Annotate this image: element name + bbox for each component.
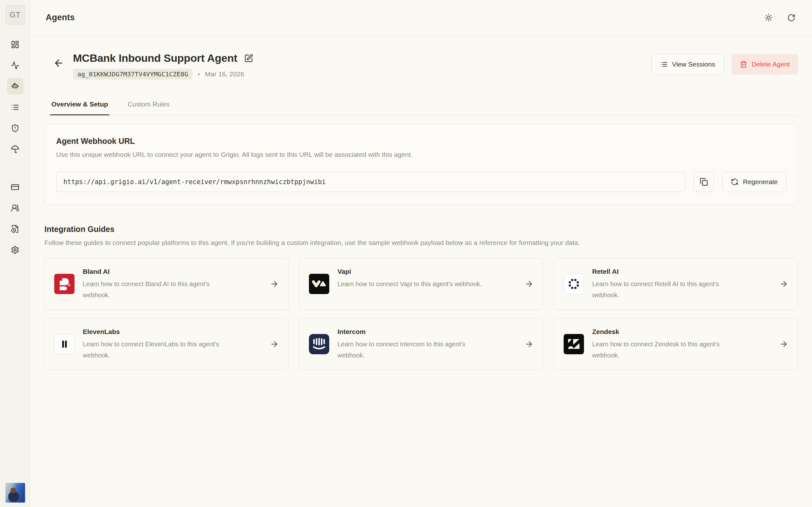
page-head: MCBank Inbound Support Agent ag_01KKWJDG… — [44, 52, 798, 79]
user-avatar[interactable] — [5, 483, 25, 503]
refresh-button[interactable] — [787, 14, 796, 22]
agent-title: MCBank Inbound Support Agent — [73, 52, 237, 64]
delete-agent-button[interactable]: Delete Agent — [731, 54, 798, 75]
theme-toggle-button[interactable] — [764, 14, 773, 22]
arrow-right-icon — [270, 279, 279, 288]
edit-title-button[interactable] — [244, 54, 253, 63]
tab-overview-setup[interactable]: Overview & Setup — [50, 101, 109, 115]
integrations-title: Integration Guides — [44, 225, 798, 234]
integration-name: ElevenLabs — [83, 328, 265, 336]
integration-name: Zendesk — [592, 328, 775, 336]
copy-url-button[interactable] — [694, 172, 714, 192]
webhook-card: Agent Webhook URL Use this unique webhoo… — [44, 124, 798, 205]
webhook-card-title: Agent Webhook URL — [56, 136, 786, 146]
refresh-icon — [787, 14, 796, 22]
refresh-ccw-icon — [731, 178, 739, 186]
sidebar: GT — [0, 0, 31, 507]
view-sessions-button[interactable]: View Sessions — [652, 54, 724, 75]
integration-name: Intercom — [338, 328, 520, 336]
bland-logo — [54, 274, 74, 294]
sidebar-item-history[interactable] — [7, 221, 23, 237]
integration-card-bland-ai[interactable]: Bland AI Learn how to connect Bland AI t… — [44, 258, 289, 310]
topbar-actions — [764, 14, 796, 22]
sun-icon — [764, 14, 773, 22]
sidebar-item-alerts[interactable] — [7, 120, 23, 136]
arrow-right-icon — [779, 279, 788, 288]
shield-alert-icon — [11, 124, 19, 132]
list-icon — [11, 103, 19, 112]
retell-logo — [564, 274, 584, 294]
integration-description: Learn how to connect Retell AI to this a… — [592, 279, 745, 301]
regenerate-label: Regenerate — [743, 178, 778, 186]
delete-agent-label: Delete Agent — [752, 60, 790, 68]
integration-card-intercom[interactable]: Intercom Learn how to connect Intercom t… — [299, 318, 543, 370]
integration-card-vapi[interactable]: Vapi Learn how to connect Vapi to this a… — [299, 258, 543, 310]
integration-name: Vapi — [338, 268, 520, 275]
title-block: MCBank Inbound Support Agent ag_01KKWJDG… — [73, 52, 253, 79]
edit-icon — [244, 54, 253, 63]
topbar: Agents — [31, 0, 812, 36]
integration-description: Learn how to connect Vapi to this agent'… — [338, 279, 490, 290]
arrow-right-icon — [270, 340, 279, 349]
agent-id-badge: ag_01KKWJDG7M37TV4VYMGC1CZE8G — [73, 69, 193, 79]
tab-bar: Overview & Setup Custom Rules — [44, 101, 798, 115]
dashboard-icon — [11, 40, 19, 49]
copy-icon — [700, 178, 708, 186]
workspace-logo-text: GT — [9, 10, 20, 19]
integration-name: Bland AI — [83, 268, 265, 275]
main-area: Agents MCBank Inbound Support Agent — [31, 0, 812, 507]
sessions-list-icon — [660, 60, 668, 68]
arrow-right-icon — [779, 340, 788, 349]
sidebar-item-agents[interactable] — [7, 78, 23, 95]
integration-name: Retell AI — [592, 268, 775, 275]
workspace-logo[interactable]: GT — [5, 5, 25, 25]
webhook-card-description: Use this unique webhook URL to connect y… — [56, 151, 786, 158]
sidebar-item-coverage[interactable] — [7, 141, 23, 157]
umbrella-icon — [11, 145, 19, 153]
agent-date: Mar 16, 2026 — [205, 70, 244, 78]
bot-icon — [11, 82, 19, 91]
integration-cards-grid: Bland AI Learn how to connect Bland AI t… — [44, 258, 798, 370]
integration-description: Learn how to connect Intercom to this ag… — [338, 339, 490, 361]
integration-description: Learn how to connect ElevenLabs to this … — [83, 339, 235, 361]
integration-card-elevenlabs[interactable]: ElevenLabs Learn how to connect ElevenLa… — [44, 318, 289, 370]
integration-description: Learn how to connect Zendesk to this age… — [592, 339, 745, 361]
sidebar-item-billing[interactable] — [7, 179, 23, 195]
webhook-url-input[interactable] — [56, 172, 686, 192]
regenerate-url-button[interactable]: Regenerate — [722, 172, 786, 192]
agent-meta: ag_01KKWJDG7M37TV4VYMGC1CZE8G • Mar 16, … — [73, 69, 253, 79]
elevenlabs-logo — [54, 334, 74, 354]
sidebar-item-logs[interactable] — [7, 99, 23, 115]
view-sessions-label: View Sessions — [672, 60, 715, 68]
sidebar-item-activity[interactable] — [7, 57, 23, 73]
integration-card-zendesk[interactable]: Zendesk Learn how to connect Zendesk to … — [554, 318, 798, 370]
settings-icon — [11, 245, 19, 254]
webhook-url-row: Regenerate — [56, 172, 786, 192]
content: MCBank Inbound Support Agent ag_01KKWJDG… — [31, 36, 812, 507]
tab-custom-rules[interactable]: Custom Rules — [126, 101, 171, 115]
file-clock-icon — [11, 225, 19, 233]
arrow-right-icon — [525, 340, 534, 349]
sidebar-nav — [7, 36, 23, 258]
arrow-left-icon — [53, 58, 64, 68]
sidebar-item-team[interactable] — [7, 200, 23, 216]
integration-description: Learn how to connect Bland AI to this ag… — [83, 279, 235, 301]
arrow-right-icon — [525, 279, 534, 288]
head-actions: View Sessions Delete Agent — [652, 54, 798, 75]
trash-icon — [740, 60, 747, 68]
intercom-logo — [309, 334, 329, 354]
meta-separator: • — [198, 71, 200, 78]
back-button[interactable] — [53, 58, 64, 68]
page-section-title: Agents — [46, 13, 75, 22]
credit-card-icon — [11, 183, 19, 191]
integration-card-retell-ai[interactable]: Retell AI Learn how to connect Retell AI… — [554, 258, 798, 310]
activity-icon — [11, 61, 19, 70]
sidebar-item-settings[interactable] — [7, 241, 23, 258]
vapi-logo — [309, 274, 329, 294]
sidebar-item-dashboard[interactable] — [7, 36, 23, 53]
users-icon — [11, 204, 19, 212]
zendesk-logo — [564, 334, 584, 354]
integrations-description: Follow these guides to connect popular p… — [44, 239, 798, 246]
